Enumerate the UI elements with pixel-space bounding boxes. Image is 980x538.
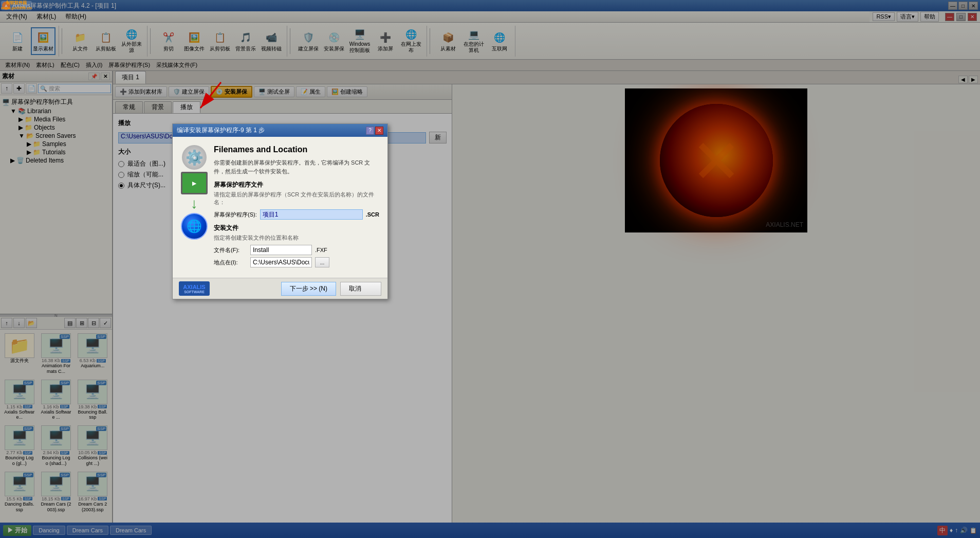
brand-line2: www.pc0359.cn [1,6,31,11]
modal-title-btns: ? ✕ [366,127,383,135]
modal-field1-label: 屏幕保护程序(S): [214,211,257,219]
modal-section1-sub: 请指定最后的屏幕保护程序（SCR 文件在安装后的名称）的文件名： [214,191,379,206]
modal-field2-label: 文件名(F): [214,246,247,254]
modal-body: ⚙️ ▶ ↓ 🌐 Filenames and Location 你需要创建新的屏… [173,137,387,278]
modal-section2-title: 安装文件 [214,224,379,232]
axialis-sub: SOFTWARE [184,290,205,294]
axialis-logo: AXIALIS SOFTWARE [179,281,210,296]
screen-icon: ▶ [181,172,208,194]
modal-next-btn[interactable]: 下一步 >> (N) [281,282,336,296]
modal-field1-suffix: .SCR [366,211,379,218]
modal-close-btn[interactable]: ✕ [375,127,383,135]
modal-section2-sub: 指定将创建安装文件的位置和名称 [214,234,379,242]
modal-location-input[interactable] [250,257,312,267]
modal-field-row3: 地点在(I): ... [214,257,379,267]
modal-cancel-btn[interactable]: 取消 [340,282,381,296]
modal-help-btn[interactable]: ? [366,127,374,135]
screen-inner: ▶ [192,181,196,186]
axialis-logo-box: AXIALIS SOFTWARE [179,281,210,296]
modal-icon-area: ⚙️ ▶ ↓ 🌐 [181,145,208,270]
modal-filename-input[interactable] [250,245,312,255]
brand-watermark: 制软软件园 www.pc0359.cn [1,1,32,10]
modal-section1-title: 屏幕保护程序文件 [214,181,379,189]
gear-icon: ⚙️ [182,145,207,170]
modal-title-bar: 编译安装屏幕保护程序-9 第 1 步 ? ✕ [173,124,387,137]
brand-line1: 制软软件园 [1,1,31,6]
modal-screensaver-input[interactable] [260,209,363,220]
modal-footer: AXIALIS SOFTWARE 下一步 >> (N) 取消 [173,278,387,299]
down-arrow-icon: ↓ [191,196,198,211]
modal-overlay: 编译安装屏幕保护程序-9 第 1 步 ? ✕ ⚙️ ▶ ↓ 🌐 Filename… [0,0,980,538]
modal-content: Filenames and Location 你需要创建新的屏幕保护安装程序。首… [214,145,379,270]
modal-field3-label: 地点在(I): [214,259,247,266]
modal-heading: Filenames and Location [214,145,379,154]
modal-desc: 你需要创建新的屏幕保护安装程序。首先，它将编译为 SCR 文件，然后生成一个软件… [214,158,379,175]
modal-field-row1: 屏幕保护程序(S): .SCR [214,209,379,220]
modal-browse-btn[interactable]: ... [315,257,329,267]
modal-field2-suffix: .FXF [315,247,327,253]
globe-icon: 🌐 [181,213,208,240]
modal-field-row2: 文件名(F): .FXF [214,245,379,255]
modal-dialog: 编译安装屏幕保护程序-9 第 1 步 ? ✕ ⚙️ ▶ ↓ 🌐 Filename… [172,123,388,299]
axialis-name: AXIALIS [183,284,205,290]
modal-title-text: 编译安装屏幕保护程序-9 第 1 步 [177,126,265,135]
